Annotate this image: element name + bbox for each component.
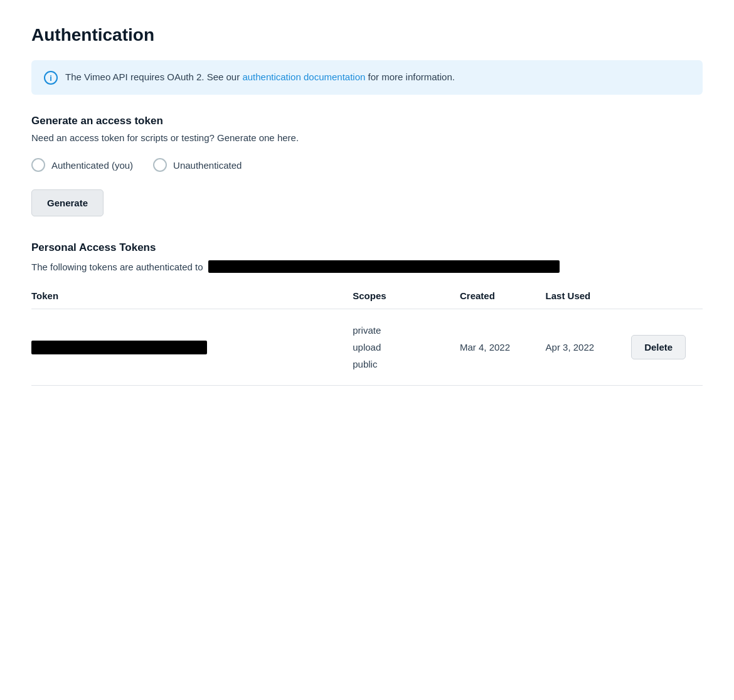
generate-button[interactable]: Generate (31, 189, 104, 216)
table-row: private upload public Mar 4, 2022 Apr 3,… (31, 309, 703, 386)
generate-token-description: Need an access token for scripts or test… (31, 132, 703, 143)
col-header-last-used: Last Used (546, 290, 632, 309)
auth-docs-link[interactable]: authentication documentation (242, 72, 365, 82)
generate-token-title: Generate an access token (31, 115, 703, 127)
generate-token-section: Generate an access token Need an access … (31, 115, 703, 241)
radio-unauthenticated-label: Unauthenticated (173, 160, 242, 171)
created-cell: Mar 4, 2022 (460, 309, 546, 386)
radio-unauthenticated[interactable]: Unauthenticated (153, 158, 242, 172)
auth-type-radio-group: Authenticated (you) Unauthenticated (31, 158, 703, 172)
col-header-action (631, 290, 703, 309)
radio-authenticated-label: Authenticated (you) (51, 160, 133, 171)
scope-private: private (353, 322, 455, 339)
radio-authenticated[interactable]: Authenticated (you) (31, 158, 133, 172)
last-used-cell: Apr 3, 2022 (546, 309, 632, 386)
info-text-suffix: for more information. (365, 72, 455, 82)
radio-authenticated-circle (31, 158, 45, 172)
radio-unauthenticated-circle (153, 158, 167, 172)
delete-button[interactable]: Delete (631, 335, 686, 359)
redacted-token (31, 341, 207, 354)
info-banner: i The Vimeo API requires OAuth 2. See ou… (31, 60, 703, 95)
page-title: Authentication (31, 25, 703, 45)
tokens-description: The following tokens are authenticated t… (31, 260, 703, 273)
personal-tokens-title: Personal Access Tokens (31, 241, 703, 254)
tokens-table: Token Scopes Created Last Used private u… (31, 290, 703, 386)
scope-upload: upload (353, 339, 455, 356)
tokens-description-prefix: The following tokens are authenticated t… (31, 262, 203, 272)
scopes-cell: private upload public (353, 309, 460, 386)
info-banner-text: The Vimeo API requires OAuth 2. See our … (65, 70, 455, 85)
token-value-cell (31, 309, 353, 386)
col-header-created: Created (460, 290, 546, 309)
action-cell: Delete (631, 309, 703, 386)
redacted-username (208, 260, 560, 273)
info-icon: i (44, 71, 58, 85)
col-header-token: Token (31, 290, 353, 309)
info-text-prefix: The Vimeo API requires OAuth 2. See our (65, 72, 242, 82)
scope-public: public (353, 356, 455, 373)
col-header-scopes: Scopes (353, 290, 460, 309)
personal-tokens-section: Personal Access Tokens The following tok… (31, 241, 703, 386)
